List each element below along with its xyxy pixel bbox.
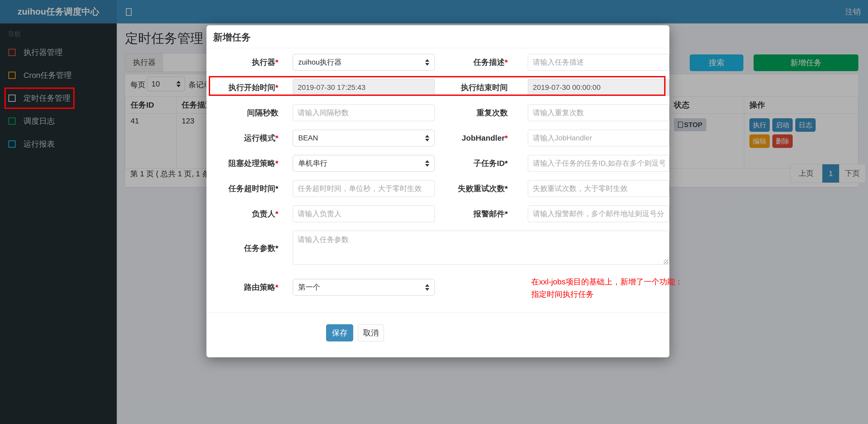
field-label-retry-count: 失败重试次数* bbox=[435, 183, 508, 194]
jobhandler-input[interactable] bbox=[528, 130, 670, 146]
modal-header: 新增任务 bbox=[207, 25, 670, 48]
resize-grip-icon[interactable] bbox=[664, 259, 668, 264]
route-strategy-select[interactable]: 第一个 bbox=[293, 279, 435, 296]
field-label-timeout: 任务超时时间* bbox=[214, 183, 278, 194]
field-label-interval: 间隔秒数 bbox=[214, 107, 278, 118]
select-arrows-icon bbox=[425, 135, 429, 141]
field-label-route-strategy: 路由策略* bbox=[214, 282, 278, 293]
child-task-id-input[interactable] bbox=[528, 155, 670, 172]
select-arrows-icon bbox=[425, 160, 429, 167]
field-label-run-mode: 运行模式* bbox=[214, 133, 278, 143]
field-label-task-desc: 任务描述* bbox=[435, 57, 508, 68]
task-params-textarea[interactable] bbox=[293, 231, 670, 265]
run-mode-select[interactable]: BEAN bbox=[293, 130, 435, 146]
alarm-email-input[interactable] bbox=[528, 205, 670, 222]
modal-footer: 保存 取消 bbox=[207, 313, 670, 341]
screen: zuihou任务调度中心 注销 导航 执行器管理 Cron任务管理 定时任务管理… bbox=[0, 0, 868, 424]
owner-input[interactable] bbox=[293, 205, 435, 222]
field-label-jobhandler: JobHandler* bbox=[435, 134, 508, 142]
field-label-child-task-id: 子任务ID* bbox=[435, 158, 508, 169]
add-task-modal: 新增任务 执行器* zuihou执行器 任务描述* 执行开始时间* 执行结束时间… bbox=[207, 25, 670, 357]
annotation-rect-sidebar bbox=[4, 88, 74, 109]
feature-note: 在xxl-jobs项目的基础上，新增了一个功能： 指定时间执行任务 bbox=[531, 274, 683, 300]
cancel-button[interactable]: 取消 bbox=[358, 324, 384, 341]
annotation-rect-time-row bbox=[209, 76, 665, 96]
field-label-repeat: 重复次数 bbox=[435, 107, 508, 118]
repeat-count-input[interactable] bbox=[528, 104, 670, 121]
modal-title: 新增任务 bbox=[213, 32, 251, 42]
retry-count-input[interactable] bbox=[528, 180, 670, 197]
task-desc-input[interactable] bbox=[528, 54, 670, 71]
field-label-executor: 执行器* bbox=[214, 57, 278, 68]
save-button[interactable]: 保存 bbox=[326, 324, 353, 341]
field-label-owner: 负责人* bbox=[214, 208, 278, 219]
select-arrows-icon bbox=[425, 59, 429, 66]
field-label-task-params: 任务参数* bbox=[214, 243, 278, 254]
select-arrows-icon bbox=[425, 284, 429, 291]
interval-seconds-input[interactable] bbox=[293, 104, 435, 121]
executor-select[interactable]: zuihou执行器 bbox=[293, 54, 435, 71]
block-strategy-select[interactable]: 单机串行 bbox=[293, 155, 435, 172]
timeout-input[interactable] bbox=[293, 180, 435, 197]
field-label-alarm-email: 报警邮件* bbox=[435, 208, 508, 219]
field-label-block-strategy: 阻塞处理策略* bbox=[214, 158, 278, 169]
